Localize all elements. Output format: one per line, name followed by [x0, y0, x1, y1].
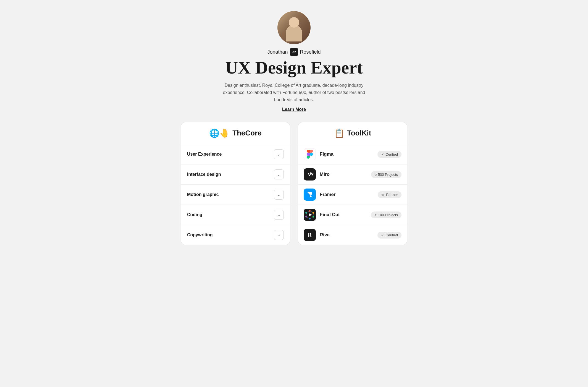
profile-first-name: Jonathan	[267, 49, 288, 55]
cards-row: 🌐🤚 TheCore User Experience ⌄ Interface d…	[181, 122, 407, 245]
finalcut-badge-text: 100 Projects	[378, 213, 398, 217]
core-item-expand-button[interactable]: ⌄	[274, 190, 284, 200]
toolkit-item-figma: Figma ✓ Cerified	[298, 144, 407, 164]
thecore-item-user-experience: User Experience ⌄	[181, 144, 290, 164]
miro-badge: ≥ 500 Projects	[371, 171, 401, 178]
svg-text:R: R	[308, 232, 312, 238]
chevron-down-icon: ⌄	[277, 192, 280, 197]
profile-section: Jonathan JR Rosefield UX Design Expert D…	[222, 11, 366, 112]
core-item-label: User Experience	[187, 152, 222, 157]
svg-point-8	[305, 216, 307, 218]
tool-name-rive: Rive	[320, 232, 374, 238]
framer-badge-text: Partner	[386, 193, 398, 197]
toolkit-header: 📋 ToolKit	[298, 122, 407, 144]
gte-icon: ≥	[375, 213, 377, 217]
figma-icon	[304, 148, 316, 160]
thecore-item-motion-graphic: Motion graphic ⌄	[181, 185, 290, 205]
core-item-label: Interface design	[187, 172, 221, 177]
framer-badge: ☆ Partner	[378, 191, 401, 198]
learn-more-link[interactable]: Learn More	[282, 107, 306, 112]
svg-point-9	[305, 212, 307, 214]
checkmark-icon: ✓	[381, 233, 384, 237]
rive-badge: ✓ Cerified	[377, 232, 401, 239]
thecore-item-interface-design: Interface design ⌄	[181, 164, 290, 185]
miro-badge-text: 500 Projects	[378, 172, 398, 177]
toolkit-icon: 📋	[334, 128, 344, 138]
finalcut-icon	[304, 209, 316, 221]
globe-hand-icon: 🌐🤚	[209, 128, 230, 138]
svg-point-5	[313, 212, 314, 214]
miro-icon	[304, 168, 316, 181]
thecore-item-coding: Coding ⌄	[181, 205, 290, 225]
avatar	[277, 11, 311, 44]
toolkit-item-rive: R Rive ✓ Cerified	[298, 225, 407, 245]
checkmark-icon: ✓	[381, 152, 384, 156]
star-icon: ☆	[381, 193, 385, 197]
core-item-label: Copywriting	[187, 232, 212, 237]
core-item-expand-button[interactable]: ⌄	[274, 230, 284, 240]
profile-bio: Design enthusiast, Royal College of Art …	[222, 82, 366, 103]
toolkit-title: ToolKit	[347, 129, 371, 137]
core-item-expand-button[interactable]: ⌄	[274, 149, 284, 159]
svg-point-4	[309, 210, 311, 212]
svg-point-7	[309, 218, 311, 219]
core-item-expand-button[interactable]: ⌄	[274, 210, 284, 220]
chevron-down-icon: ⌄	[277, 213, 280, 217]
chevron-down-icon: ⌄	[277, 152, 280, 156]
profile-name: Jonathan JR Rosefield	[267, 48, 321, 56]
svg-point-6	[313, 216, 314, 218]
finalcut-badge: ≥ 100 Projects	[371, 211, 401, 218]
tool-name-miro: Miro	[320, 172, 367, 177]
tool-name-finalcut: Final Cut	[320, 212, 367, 218]
gte-icon: ≥	[375, 172, 377, 177]
toolkit-item-framer: Framer ☆ Partner	[298, 185, 407, 205]
tool-name-framer: Framer	[320, 192, 374, 197]
figma-badge: ✓ Cerified	[377, 151, 401, 158]
thecore-card: 🌐🤚 TheCore User Experience ⌄ Interface d…	[181, 122, 290, 245]
thecore-item-copywriting: Copywriting ⌄	[181, 225, 290, 245]
toolkit-item-finalcut: Final Cut ≥ 100 Projects	[298, 205, 407, 225]
core-item-label: Coding	[187, 212, 202, 217]
figma-badge-text: Cerified	[385, 152, 398, 156]
framer-icon	[304, 189, 316, 201]
toolkit-card: 📋 ToolKit Figma ✓ Cerified	[298, 122, 407, 245]
core-item-expand-button[interactable]: ⌄	[274, 169, 284, 179]
tool-name-figma: Figma	[320, 151, 374, 157]
rive-icon: R	[304, 229, 316, 241]
profile-last-name: Rosefield	[300, 49, 321, 55]
chevron-down-icon: ⌄	[277, 233, 280, 237]
chevron-down-icon: ⌄	[277, 172, 280, 177]
page-title: UX Design Expert	[225, 58, 363, 77]
toolkit-item-miro: Miro ≥ 500 Projects	[298, 164, 407, 185]
rive-badge-text: Cerified	[385, 233, 398, 237]
name-badge: JR	[290, 48, 298, 56]
core-item-label: Motion graphic	[187, 192, 219, 197]
thecore-header: 🌐🤚 TheCore	[181, 122, 290, 144]
thecore-title: TheCore	[232, 129, 261, 137]
